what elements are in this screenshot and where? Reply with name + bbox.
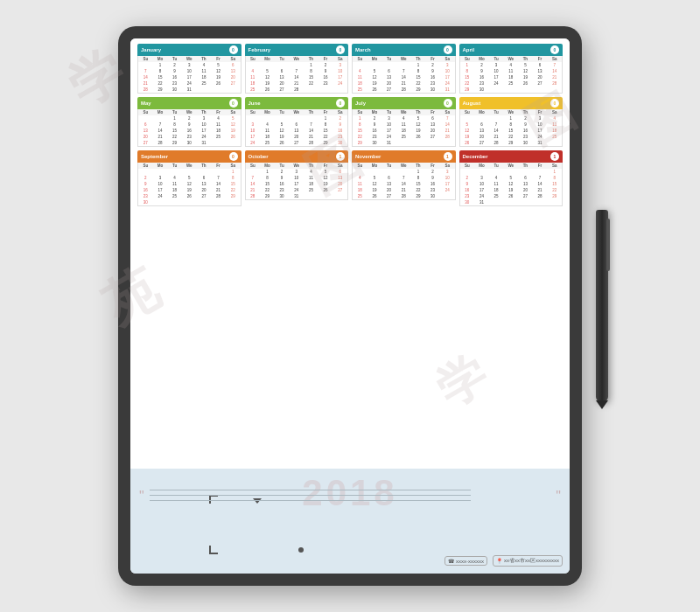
day-cell: 4 bbox=[197, 62, 212, 68]
day-cell: 1 bbox=[460, 62, 475, 68]
day-cell: 15 bbox=[411, 181, 426, 187]
day-cell: 9 bbox=[138, 181, 153, 187]
day-cell-empty bbox=[518, 169, 533, 175]
day-cell: 2 bbox=[167, 62, 182, 68]
day-cell: 12 bbox=[260, 74, 275, 80]
day-cell: 22 bbox=[460, 80, 475, 87]
day-cell-empty bbox=[153, 169, 168, 175]
day-cell: 10 bbox=[440, 68, 455, 74]
day-grid: 1234567891011121314151617181920212223242… bbox=[246, 62, 348, 93]
day-cell: 1 bbox=[153, 62, 168, 68]
day-cell: 22 bbox=[304, 80, 318, 87]
day-cell: 17 bbox=[489, 74, 504, 80]
day-cell: 15 bbox=[411, 74, 426, 80]
day-cell: 3 bbox=[382, 115, 396, 122]
day-cell: 26 bbox=[226, 134, 241, 140]
day-cell: 4 bbox=[211, 115, 226, 122]
day-header-label: Th bbox=[518, 163, 533, 169]
day-cell: 13 bbox=[289, 128, 304, 134]
day-cell: 18 bbox=[489, 187, 504, 193]
day-cell: 31 bbox=[533, 140, 548, 146]
day-cell: 13 bbox=[382, 74, 396, 80]
day-header-label: Tu bbox=[489, 56, 504, 62]
day-cell: 29 bbox=[411, 193, 426, 199]
day-cell-empty bbox=[197, 169, 212, 175]
day-cell: 21 bbox=[211, 187, 226, 193]
day-cell: 22 bbox=[153, 80, 168, 87]
day-cell: 19 bbox=[503, 187, 518, 193]
day-cell-empty bbox=[138, 169, 153, 175]
day-cell: 28 bbox=[440, 134, 455, 140]
day-header-label: Th bbox=[197, 56, 212, 62]
day-cell: 17 bbox=[182, 74, 197, 80]
day-cell: 28 bbox=[138, 87, 153, 93]
day-cell: 15 bbox=[226, 181, 241, 187]
day-header-label: Su bbox=[246, 56, 261, 62]
day-header-label: Fr bbox=[425, 163, 440, 169]
day-cell: 12 bbox=[411, 122, 426, 128]
day-cell: 21 bbox=[396, 187, 411, 193]
day-cell: 13 bbox=[382, 181, 396, 187]
day-cell: 6 bbox=[382, 68, 396, 74]
day-cell: 28 bbox=[289, 87, 304, 93]
day-cell: 14 bbox=[289, 74, 304, 80]
day-cell: 21 bbox=[440, 128, 455, 134]
day-cell-empty bbox=[138, 115, 153, 122]
day-cell-empty bbox=[368, 62, 382, 68]
day-cell: 14 bbox=[440, 122, 455, 128]
day-cell-empty bbox=[460, 115, 475, 122]
month-name-june: June bbox=[248, 101, 261, 106]
day-cell: 25 bbox=[304, 187, 318, 193]
day-cell: 6 bbox=[425, 115, 440, 122]
day-cell: 24 bbox=[197, 134, 212, 140]
day-header-label: Th bbox=[518, 56, 533, 62]
day-header-label: We bbox=[396, 163, 411, 169]
day-cell: 18 bbox=[396, 128, 411, 134]
day-cell: 8 bbox=[304, 68, 318, 74]
day-cell: 26 bbox=[211, 80, 226, 87]
day-header-label: Tu bbox=[167, 163, 182, 169]
day-cell: 28 bbox=[396, 87, 411, 93]
day-cell: 1 bbox=[353, 115, 368, 122]
day-header-label: Fr bbox=[425, 109, 440, 115]
day-cell: 1 bbox=[547, 169, 562, 175]
day-cell: 24 bbox=[533, 134, 548, 140]
day-cell: 9 bbox=[425, 175, 440, 181]
day-cell: 8 bbox=[167, 122, 182, 128]
day-cell: 20 bbox=[382, 187, 396, 193]
notes-area: 2018 " " ☎ xxxx-xxxxx bbox=[130, 469, 570, 574]
month-name-august: August bbox=[463, 101, 481, 106]
day-cell: 27 bbox=[382, 87, 396, 93]
day-cell: 16 bbox=[518, 128, 533, 134]
day-cell: 2 bbox=[318, 62, 333, 68]
day-cell: 23 bbox=[332, 134, 347, 140]
day-header-label: Su bbox=[460, 109, 475, 115]
day-cell: 25 bbox=[489, 193, 504, 199]
month-header-february: February0 bbox=[245, 44, 349, 56]
day-cell: 19 bbox=[368, 80, 382, 87]
day-cell: 25 bbox=[503, 80, 518, 87]
day-cell: 13 bbox=[518, 181, 533, 187]
day-cell: 26 bbox=[182, 193, 197, 199]
day-cell: 3 bbox=[440, 62, 455, 68]
day-cell: 24 bbox=[474, 193, 489, 199]
day-cell: 6 bbox=[518, 175, 533, 181]
day-header-label: Mo bbox=[260, 56, 275, 62]
day-cell: 3 bbox=[246, 122, 261, 128]
close-quote: " bbox=[556, 490, 561, 504]
day-cell: 13 bbox=[474, 128, 489, 134]
day-grid: 1234567891011121314151617181920212223242… bbox=[353, 62, 455, 93]
day-cell: 9 bbox=[318, 68, 333, 74]
day-cell-empty bbox=[304, 115, 318, 122]
day-cell: 28 bbox=[304, 140, 318, 146]
month-header-december: December1 bbox=[459, 150, 564, 163]
day-cell: 12 bbox=[182, 181, 197, 187]
day-cell: 28 bbox=[396, 193, 411, 199]
day-cell: 3 bbox=[332, 62, 347, 68]
month-name-november: November bbox=[355, 154, 381, 159]
day-cell-empty bbox=[382, 169, 396, 175]
day-cell: 15 bbox=[318, 128, 333, 134]
day-cell: 7 bbox=[547, 62, 562, 68]
day-cell: 3 bbox=[440, 169, 455, 175]
day-cell: 6 bbox=[533, 62, 548, 68]
